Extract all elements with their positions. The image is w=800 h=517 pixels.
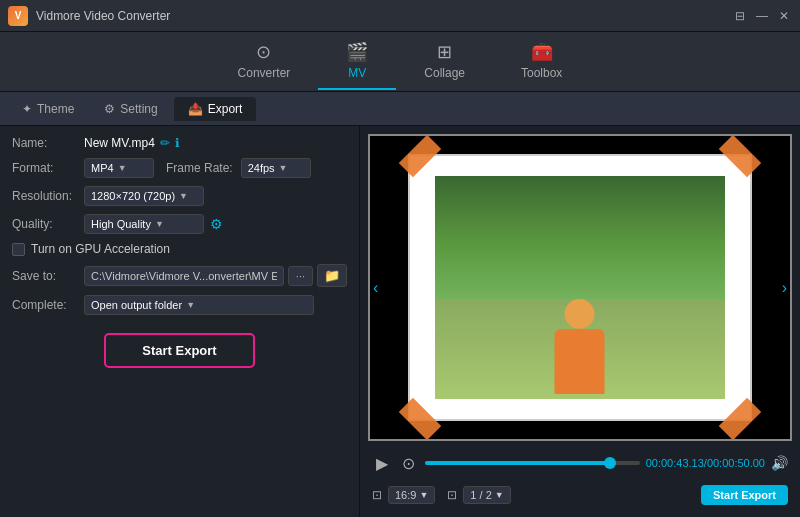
format-label: Format: xyxy=(12,161,84,175)
export-panel: Name: New MV.mp4 ✏ ℹ Format: MP4 ▼ Frame… xyxy=(0,126,360,517)
save-path-input[interactable] xyxy=(84,266,284,286)
tab-converter-label: Converter xyxy=(238,66,291,80)
tab-collage[interactable]: ⊞ Collage xyxy=(396,33,493,90)
theme-icon: ✦ xyxy=(22,102,32,116)
converter-icon: ⊙ xyxy=(256,41,271,63)
resolution-arrow-icon: ▼ xyxy=(179,191,188,201)
tab-mv-label: MV xyxy=(348,66,366,80)
complete-select[interactable]: Open output folder ▼ xyxy=(84,295,314,315)
start-export-small-btn[interactable]: Start Export xyxy=(701,485,788,505)
play-btn[interactable]: ▶ xyxy=(372,452,392,475)
preview-next-btn[interactable]: › xyxy=(779,273,790,303)
maximize-btn[interactable]: — xyxy=(754,8,770,24)
main-content: Name: New MV.mp4 ✏ ℹ Format: MP4 ▼ Frame… xyxy=(0,126,800,517)
resolution-label: Resolution: xyxy=(12,189,84,203)
gpu-row: Turn on GPU Acceleration xyxy=(12,242,347,256)
collage-icon: ⊞ xyxy=(437,41,452,63)
sub-tab-setting-label: Setting xyxy=(120,102,157,116)
minimize-btn[interactable]: ⊟ xyxy=(732,8,748,24)
resolution-select[interactable]: 1280×720 (720p) ▼ xyxy=(84,186,204,206)
sub-tabs: ✦ Theme ⚙ Setting 📤 Export xyxy=(0,92,800,126)
volume-icon[interactable]: 🔊 xyxy=(771,455,788,471)
controls-row2: ⊡ 16:9 ▼ ⊡ 1 / 2 ▼ Start Export xyxy=(368,481,792,509)
clip-arrow-icon: ▼ xyxy=(495,490,504,500)
format-select[interactable]: MP4 ▼ xyxy=(84,158,154,178)
folder-btn[interactable]: 📁 xyxy=(317,264,347,287)
aspect-select[interactable]: 16:9 ▼ xyxy=(388,486,435,504)
video-preview: ‹ › xyxy=(368,134,792,441)
format-arrow-icon: ▼ xyxy=(118,163,127,173)
name-edit-icon[interactable]: ✏ xyxy=(160,136,170,150)
format-row: Format: MP4 ▼ Frame Rate: 24fps ▼ xyxy=(12,158,347,178)
snapshot-btn[interactable]: ⊙ xyxy=(398,452,419,475)
setting-icon: ⚙ xyxy=(104,102,115,116)
quality-select[interactable]: High Quality ▼ xyxy=(84,214,204,234)
complete-row: Complete: Open output folder ▼ xyxy=(12,295,347,315)
resolution-row: Resolution: 1280×720 (720p) ▼ xyxy=(12,186,347,206)
time-display: 00:00:43.13/00:00:50.00 xyxy=(646,457,765,469)
quality-gear-icon[interactable]: ⚙ xyxy=(210,216,223,232)
nav-tabs: ⊙ Converter 🎬 MV ⊞ Collage 🧰 Toolbox xyxy=(0,32,800,92)
app-logo: V xyxy=(8,6,28,26)
tab-toolbox-label: Toolbox xyxy=(521,66,562,80)
clip-icon: ⊡ xyxy=(447,488,457,502)
titlebar: V Vidmore Video Converter ⊟ — ✕ xyxy=(0,0,800,32)
name-row: Name: New MV.mp4 ✏ ℹ xyxy=(12,136,347,150)
tab-collage-label: Collage xyxy=(424,66,465,80)
aspect-value: 16:9 xyxy=(395,489,416,501)
clip-value: 1 / 2 xyxy=(470,489,491,501)
sub-tab-export-label: Export xyxy=(208,102,243,116)
format-value: MP4 xyxy=(91,162,114,174)
window-controls: ⊟ — ✕ xyxy=(732,8,792,24)
quality-value: High Quality xyxy=(91,218,151,230)
close-btn[interactable]: ✕ xyxy=(776,8,792,24)
aspect-arrow-icon: ▼ xyxy=(419,490,428,500)
tab-mv[interactable]: 🎬 MV xyxy=(318,33,396,90)
name-label: Name: xyxy=(12,136,84,150)
mv-icon: 🎬 xyxy=(346,41,368,63)
frame-rate-label: Frame Rate: xyxy=(166,161,233,175)
frame-rate-row: Frame Rate: 24fps ▼ xyxy=(166,158,311,178)
video-frame xyxy=(435,176,724,399)
resolution-icon: ⊡ xyxy=(372,488,382,502)
resolution-value: 1280×720 (720p) xyxy=(91,190,175,202)
sub-tab-theme[interactable]: ✦ Theme xyxy=(8,97,88,121)
save-to-label: Save to: xyxy=(12,269,84,283)
clip-select[interactable]: 1 / 2 ▼ xyxy=(463,486,510,504)
toolbox-icon: 🧰 xyxy=(531,41,553,63)
tab-converter[interactable]: ⊙ Converter xyxy=(210,33,319,90)
timeline-bar[interactable] xyxy=(425,461,640,465)
frame-arrow-icon: ▼ xyxy=(279,163,288,173)
frame-rate-value: 24fps xyxy=(248,162,275,174)
video-controls: ▶ ⊙ 00:00:43.13/00:00:50.00 🔊 xyxy=(368,445,792,481)
path-dots-btn[interactable]: ··· xyxy=(288,266,313,286)
complete-label: Complete: xyxy=(12,298,84,312)
export-icon: 📤 xyxy=(188,102,203,116)
save-to-row: Save to: ··· 📁 xyxy=(12,264,347,287)
start-export-main-btn[interactable]: Start Export xyxy=(104,333,254,368)
gpu-label: Turn on GPU Acceleration xyxy=(31,242,170,256)
tab-toolbox[interactable]: 🧰 Toolbox xyxy=(493,33,590,90)
preview-panel: ‹ › ▶ ⊙ 00:00:43.13/00:00:50.00 🔊 ⊡ 16:9… xyxy=(360,126,800,517)
gpu-checkbox[interactable] xyxy=(12,243,25,256)
complete-arrow-icon: ▼ xyxy=(186,300,195,310)
timeline-fill xyxy=(425,461,610,465)
quality-arrow-icon: ▼ xyxy=(155,219,164,229)
app-title: Vidmore Video Converter xyxy=(36,9,732,23)
frame-rate-select[interactable]: 24fps ▼ xyxy=(241,158,311,178)
timeline-thumb xyxy=(604,457,616,469)
start-export-main: Start Export xyxy=(12,333,347,368)
complete-value: Open output folder xyxy=(91,299,182,311)
preview-prev-btn[interactable]: ‹ xyxy=(370,273,381,303)
quality-label: Quality: xyxy=(12,217,84,231)
quality-row: Quality: High Quality ▼ ⚙ xyxy=(12,214,347,234)
sub-tab-theme-label: Theme xyxy=(37,102,74,116)
name-value: New MV.mp4 xyxy=(84,136,155,150)
name-info-icon[interactable]: ℹ xyxy=(175,136,180,150)
sub-tab-setting[interactable]: ⚙ Setting xyxy=(90,97,171,121)
sub-tab-export[interactable]: 📤 Export xyxy=(174,97,257,121)
